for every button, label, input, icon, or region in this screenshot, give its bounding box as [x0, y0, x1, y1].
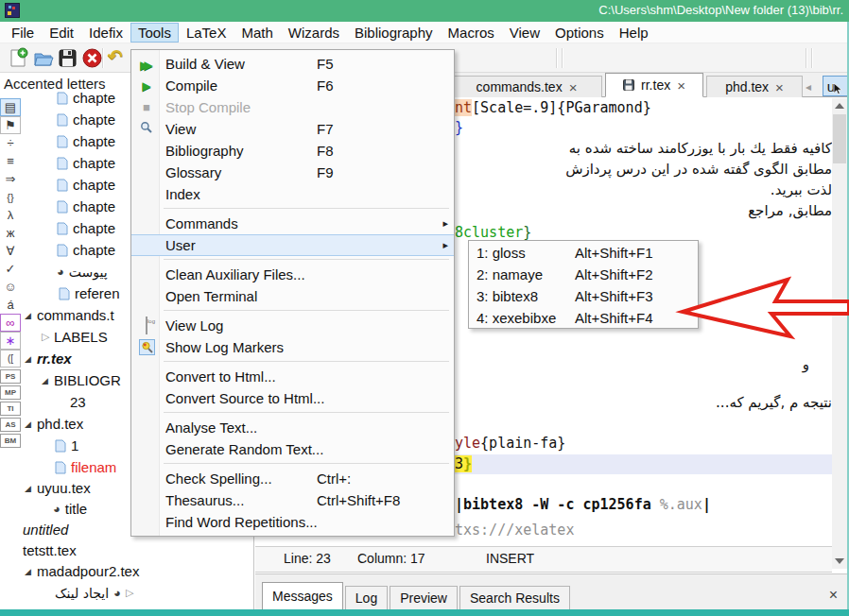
collapse-arrow-icon[interactable]: ▷: [42, 331, 54, 343]
menu-math[interactable]: Math: [234, 23, 280, 43]
menu-item-view-log[interactable]: View Log: [131, 315, 454, 336]
tree-item-create-link[interactable]: ایجاد لینک◕▷: [22, 582, 254, 604]
cyrillic-tab-icon[interactable]: ж: [0, 224, 21, 242]
check-tab-icon[interactable]: ✓: [0, 260, 21, 278]
logic-tab-icon[interactable]: ∀: [0, 242, 21, 260]
tree-item-tetstt-tex[interactable]: tetstt.tex: [22, 539, 254, 561]
tab-search-results[interactable]: Search Results: [459, 586, 570, 609]
menu-help[interactable]: Help: [612, 23, 656, 43]
scrollbar-thumb[interactable]: [833, 114, 846, 163]
magnifier-icon: [135, 121, 158, 137]
app-icon: [5, 3, 20, 18]
menu-item-index[interactable]: Index: [131, 183, 454, 205]
expand-arrow-icon[interactable]: ◢: [25, 311, 37, 320]
title-bar[interactable]: C:\Users\shm\Desktop\New folder (13)\bib…: [0, 0, 849, 22]
persian-text-line: كافيه فقط يك بار با يوزركامند ساخته شده …: [569, 139, 832, 159]
submenu-arrow-icon: ▸: [442, 217, 448, 230]
menu-latex[interactable]: LaTeX: [179, 23, 234, 43]
menu-item-show-log-markers[interactable]: Show Log Markers: [131, 336, 454, 358]
menu-file[interactable]: File: [4, 23, 42, 43]
close-icon[interactable]: ×: [677, 77, 685, 94]
tab-scroll-left-icon[interactable]: ◂: [806, 80, 811, 94]
menu-item-open-terminal[interactable]: Open Terminal: [131, 285, 454, 307]
insert-mode-indicator: INSERT: [486, 551, 534, 566]
accented-letters-tab-icon[interactable]: á: [0, 296, 21, 314]
menu-wizards[interactable]: Wizards: [281, 23, 347, 43]
menu-separator: [131, 460, 454, 468]
expand-arrow-icon[interactable]: ◢: [25, 484, 37, 493]
bookmarks-tab-icon[interactable]: ⚑: [0, 116, 21, 134]
undo-button[interactable]: ↶: [108, 45, 123, 67]
close-icon[interactable]: ×: [569, 79, 578, 95]
menu-item-generate-random-text[interactable]: Generate Random Text...: [131, 438, 454, 460]
file-icon: [57, 179, 68, 192]
file-icon: [57, 113, 68, 127]
tab-messages[interactable]: Messages: [262, 582, 343, 609]
menu-bibliography[interactable]: Bibliography: [347, 23, 441, 43]
menu-item-convert-to-html[interactable]: Convert to Html...: [131, 366, 454, 387]
relations-tab-icon[interactable]: ≡: [0, 152, 21, 170]
expand-arrow-icon[interactable]: ◢: [42, 376, 54, 385]
texstudio-window: C:\Users\shm\Desktop\New folder (13)\bib…: [0, 0, 849, 616]
close-panel-icon[interactable]: ×: [829, 587, 838, 604]
menu-tools[interactable]: Tools: [130, 23, 179, 43]
line-indicator: Line: 23: [284, 551, 331, 566]
tab-commands-tex[interactable]: commands.tex×: [451, 76, 602, 97]
close-button[interactable]: [81, 47, 103, 69]
tikz-tab-icon[interactable]: TI: [0, 402, 21, 416]
menu-edit[interactable]: Edit: [42, 23, 81, 43]
tab-log[interactable]: Log: [345, 586, 388, 609]
menu-item-glossary[interactable]: GlossaryF9: [131, 162, 454, 183]
tab-preview[interactable]: Preview: [390, 586, 458, 609]
menu-item-convert-source-to-html[interactable]: Convert Source to Html...: [131, 387, 454, 409]
expand-arrow-icon[interactable]: ◢: [25, 567, 37, 576]
save-button[interactable]: [57, 47, 78, 69]
menu-view[interactable]: View: [502, 23, 547, 43]
asymptote-tab-icon[interactable]: AS: [0, 418, 21, 432]
beamer-tab-icon[interactable]: BM: [0, 434, 21, 448]
menu-item-check-spelling[interactable]: Check Spelling...Ctrl+:: [131, 468, 454, 489]
file-icon: [59, 287, 70, 300]
menu-item-clean-auxiliary[interactable]: Clean Auxiliary Files...: [131, 264, 454, 285]
metapost-tab-icon[interactable]: MP: [0, 385, 21, 400]
tab-phd-tex[interactable]: phd.tex×: [706, 76, 803, 97]
menu-item-compile[interactable]: ▶ CompileF6: [131, 75, 454, 96]
new-document-button[interactable]: [8, 47, 29, 69]
infinity-tab-icon[interactable]: ∞: [0, 314, 21, 332]
submenu-item-gloss[interactable]: 1: glossAlt+Shift+F1: [469, 242, 698, 264]
asterisk-tab-icon[interactable]: ∗: [0, 332, 21, 350]
menu-item-find-word-repetitions[interactable]: Find Word Repetitions...: [131, 511, 454, 533]
menu-macros[interactable]: Macros: [441, 23, 502, 43]
collapse-arrow-icon[interactable]: ▷: [126, 587, 138, 599]
menu-item-analyse-text[interactable]: Analyse Text...: [131, 417, 454, 438]
brackets-tab-icon[interactable]: ([: [0, 350, 21, 368]
operators-tab-icon[interactable]: ÷: [0, 134, 21, 152]
open-file-button[interactable]: [32, 47, 54, 69]
menu-separator: [131, 256, 454, 264]
menu-idefix[interactable]: Idefix: [81, 23, 130, 43]
pstricks-tab-icon[interactable]: PS: [0, 369, 21, 384]
scroll-up-icon[interactable]: [835, 103, 844, 109]
arrows-tab-icon[interactable]: ⇒: [0, 170, 21, 188]
delimiters-tab-icon[interactable]: {}: [0, 188, 21, 206]
menu-options[interactable]: Options: [547, 23, 612, 43]
greek-tab-icon[interactable]: λ: [0, 206, 21, 224]
tab-rr-tex[interactable]: rr.tex×: [605, 73, 703, 97]
misc-symbols-tab-icon[interactable]: ☺: [0, 278, 21, 296]
expand-arrow-icon[interactable]: ◢: [25, 419, 37, 429]
menu-item-user[interactable]: User▸: [131, 234, 454, 256]
close-icon[interactable]: ×: [775, 79, 784, 95]
scroll-down-icon[interactable]: [835, 558, 844, 564]
structure-tab-icon[interactable]: ▤: [0, 98, 21, 116]
menu-item-build-view[interactable]: ▶▶ Build & ViewF5: [131, 53, 454, 75]
tab-uyuu-partial[interactable]: u: [823, 76, 848, 96]
tree-item-partial[interactable]: ◕فهرست: [22, 603, 254, 609]
menu-item-bibliography[interactable]: BibliographyF8: [131, 140, 454, 162]
tree-item-madadpour2-tex[interactable]: ◢madadpour2.tex: [22, 560, 254, 582]
menu-item-thesaurus[interactable]: Thesaurus...Ctrl+Shift+F8: [131, 489, 454, 511]
menu-bar: File Edit Idefix Tools LaTeX Math Wizard…: [0, 22, 849, 43]
menu-item-view[interactable]: ViewF7: [131, 118, 454, 140]
expand-arrow-icon[interactable]: ◢: [25, 354, 37, 364]
view-log-icon: [135, 317, 158, 334]
menu-item-commands[interactable]: Commands▸: [131, 213, 454, 234]
